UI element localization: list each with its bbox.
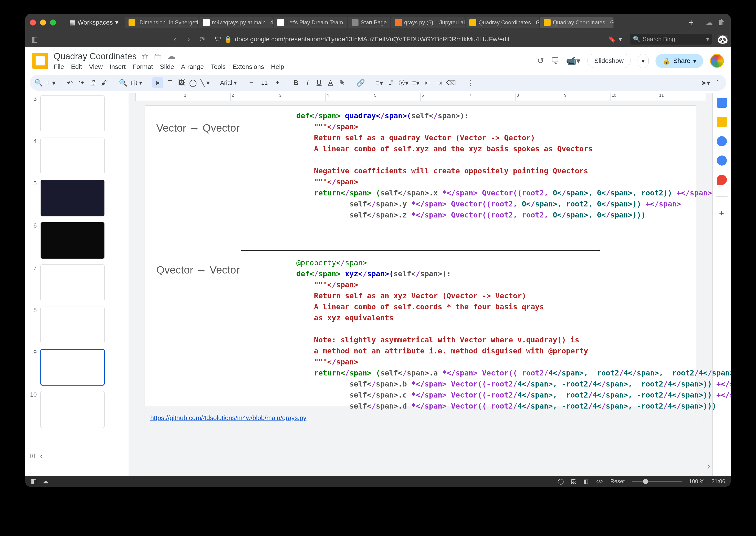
print-button[interactable]: 🖨 bbox=[89, 79, 97, 86]
menu-file[interactable]: File bbox=[54, 63, 64, 71]
align-button[interactable]: ≡▾ bbox=[375, 79, 384, 87]
picture-icon[interactable]: 🖼 bbox=[571, 478, 576, 485]
share-button[interactable]: 🔒 Share ▾ bbox=[655, 54, 703, 68]
keep-icon[interactable] bbox=[717, 117, 727, 127]
code-block-1[interactable]: def</span> quadray</span>(self</span>): … bbox=[296, 110, 712, 220]
slide-thumbnail[interactable]: 9 bbox=[30, 349, 124, 385]
line-tool[interactable]: ╲ ▾ bbox=[200, 79, 210, 87]
close-window-button[interactable] bbox=[30, 19, 36, 25]
increase-font-button[interactable]: + bbox=[273, 79, 282, 86]
slide-thumbnail[interactable]: 8 bbox=[30, 307, 124, 343]
add-on-button[interactable]: + bbox=[719, 208, 724, 218]
slide-thumbnail[interactable]: 7 bbox=[30, 264, 124, 301]
grid-view-button[interactable]: ⊞ bbox=[30, 452, 36, 460]
shape-tool[interactable]: ◯ bbox=[189, 79, 197, 87]
heading-vector-to-qvector[interactable]: Vector → Qvector bbox=[156, 122, 239, 134]
back-button[interactable]: ‹ bbox=[170, 35, 179, 44]
highlight-button[interactable]: ✎ bbox=[338, 79, 346, 87]
address-bar[interactable]: 🛡 🔒 docs.google.com/presentation/d/1ynde… bbox=[212, 34, 625, 45]
browser-tab[interactable]: Quadray Coordinates - G bbox=[540, 17, 614, 28]
line-spacing-button[interactable]: ⇵ bbox=[387, 79, 395, 87]
new-tab-button[interactable]: + bbox=[685, 18, 697, 27]
indent-increase-button[interactable]: ⇥ bbox=[435, 79, 443, 87]
slide-thumbnail[interactable]: 10 bbox=[30, 391, 124, 428]
bold-button[interactable]: B bbox=[292, 79, 300, 86]
browser-tab[interactable]: Let's Play Dream Team. bbox=[273, 17, 347, 28]
browser-tab[interactable]: "Dimension" in Synergeti bbox=[125, 17, 198, 28]
indent-decrease-button[interactable]: ⇤ bbox=[423, 79, 431, 87]
speaker-notes[interactable]: https://github.com/4dsolutions/m4w/blob/… bbox=[144, 411, 696, 429]
move-icon[interactable]: 🗀 bbox=[153, 51, 162, 61]
history-icon[interactable]: ↺ bbox=[537, 56, 544, 66]
collapse-filmstrip-button[interactable]: ‹ bbox=[40, 452, 43, 460]
calendar-icon[interactable] bbox=[717, 98, 727, 108]
slideshow-dropdown[interactable]: ▾ bbox=[638, 54, 648, 68]
document-title[interactable]: Quadray Coordinates bbox=[54, 51, 137, 61]
speaker-notes-link[interactable]: https://github.com/4dsolutions/m4w/blob/… bbox=[150, 414, 306, 421]
number-list-button[interactable]: ≡▾ bbox=[412, 79, 420, 87]
account-avatar[interactable] bbox=[710, 54, 724, 68]
devtools-icon[interactable]: </> bbox=[595, 478, 603, 485]
decrease-font-button[interactable]: − bbox=[247, 79, 255, 86]
contacts-icon[interactable] bbox=[717, 155, 727, 166]
panel-toggle-icon[interactable]: ◧ bbox=[30, 35, 39, 44]
slide-thumbnail[interactable]: 5 bbox=[30, 180, 124, 217]
search-menus-icon[interactable]: 🔍 bbox=[34, 79, 43, 87]
maps-icon[interactable] bbox=[717, 175, 727, 185]
zoom-icon[interactable]: 🔍 bbox=[119, 79, 127, 87]
slides-logo[interactable] bbox=[32, 53, 48, 69]
camera-icon[interactable]: ◯ bbox=[558, 478, 564, 485]
cloud-status-icon[interactable]: ☁ bbox=[167, 51, 175, 61]
slideshow-button[interactable]: Slideshow bbox=[587, 54, 631, 68]
star-icon[interactable]: ☆ bbox=[141, 51, 149, 61]
sync-icon[interactable]: ☁ bbox=[42, 478, 49, 485]
menu-edit[interactable]: Edit bbox=[71, 63, 82, 71]
meet-icon[interactable]: 📹▾ bbox=[566, 56, 581, 66]
filmstrip[interactable]: 345678910 bbox=[25, 93, 129, 476]
menu-format[interactable]: Format bbox=[133, 63, 153, 71]
maximize-window-button[interactable] bbox=[50, 19, 56, 25]
menu-extensions[interactable]: Extensions bbox=[233, 63, 264, 71]
bullet-list-button[interactable]: ⦿▾ bbox=[398, 79, 409, 87]
explore-button[interactable]: › bbox=[707, 462, 710, 471]
zoom-slider[interactable] bbox=[632, 481, 682, 482]
paint-format-button[interactable]: 🖌 bbox=[100, 79, 109, 86]
reload-button[interactable]: ⟳ bbox=[198, 35, 207, 44]
profile-icon[interactable]: 🐼 bbox=[717, 34, 726, 45]
menu-tools[interactable]: Tools bbox=[211, 63, 226, 71]
more-options-button[interactable]: ⋮ bbox=[466, 79, 474, 87]
menu-slide[interactable]: Slide bbox=[160, 63, 174, 71]
browser-tab[interactable]: m4w/qrays.py at main · 4 bbox=[199, 17, 273, 28]
bookmark-icon[interactable]: 🔖 bbox=[608, 35, 616, 43]
italic-button[interactable]: I bbox=[303, 79, 312, 86]
underline-button[interactable]: U bbox=[315, 79, 323, 86]
menu-view[interactable]: View bbox=[89, 63, 103, 71]
browser-tab[interactable]: qrays.py (6) – JupyterLal bbox=[391, 17, 465, 28]
zoom-select[interactable]: Fit ▾ bbox=[131, 79, 142, 86]
image-tool[interactable]: 🖼 bbox=[177, 79, 186, 86]
slide-canvas[interactable]: Vector → Qvector def</span> quadray</spa… bbox=[144, 105, 696, 406]
text-color-button[interactable]: A bbox=[326, 79, 334, 86]
slide-thumbnail[interactable]: 4 bbox=[30, 138, 124, 174]
browser-tab[interactable]: Quadray Coordinates - G bbox=[466, 17, 539, 28]
new-slide-button[interactable]: + ▾ bbox=[46, 79, 55, 87]
menu-help[interactable]: Help bbox=[271, 63, 284, 71]
menu-arrange[interactable]: Arrange bbox=[181, 63, 204, 71]
minimize-window-button[interactable] bbox=[40, 19, 46, 25]
clear-format-button[interactable]: ⌫ bbox=[446, 79, 456, 87]
redo-button[interactable]: ↷ bbox=[77, 79, 86, 87]
code-block-2[interactable]: @property</span> def</span> xyz</span>(s… bbox=[296, 257, 731, 412]
font-size-input[interactable] bbox=[259, 79, 270, 86]
slide-thumbnail[interactable]: 6 bbox=[30, 222, 124, 259]
trash-icon[interactable]: 🗑 bbox=[717, 18, 726, 27]
undo-button[interactable]: ↶ bbox=[66, 79, 74, 87]
panel-icon[interactable]: ◧ bbox=[583, 478, 588, 485]
pointer-mode-button[interactable]: ➤▾ bbox=[701, 79, 710, 87]
tasks-icon[interactable] bbox=[717, 136, 727, 146]
workspaces-button[interactable]: ▦ Workspaces ▾ bbox=[66, 17, 122, 27]
heading-qvector-to-vector[interactable]: Qvector → Vector bbox=[156, 264, 239, 276]
search-bar[interactable]: 🔍 Search Bing ▾ bbox=[630, 34, 712, 45]
cursor-tool[interactable]: ➤ bbox=[152, 77, 163, 88]
comments-icon[interactable]: 🗨 bbox=[551, 56, 559, 66]
window-list-icon[interactable]: ◧ bbox=[31, 478, 37, 485]
